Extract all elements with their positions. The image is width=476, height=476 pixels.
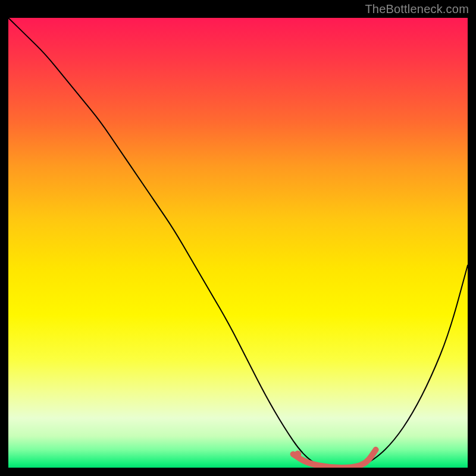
chart-frame: TheBottleneck.com bbox=[0, 0, 476, 476]
accent-dot bbox=[294, 450, 301, 458]
bottleneck-curve bbox=[8, 18, 468, 468]
curve-svg bbox=[8, 18, 468, 468]
watermark-label: TheBottleneck.com bbox=[365, 2, 469, 16]
highlight-region bbox=[293, 450, 376, 468]
plot-area bbox=[8, 18, 468, 468]
